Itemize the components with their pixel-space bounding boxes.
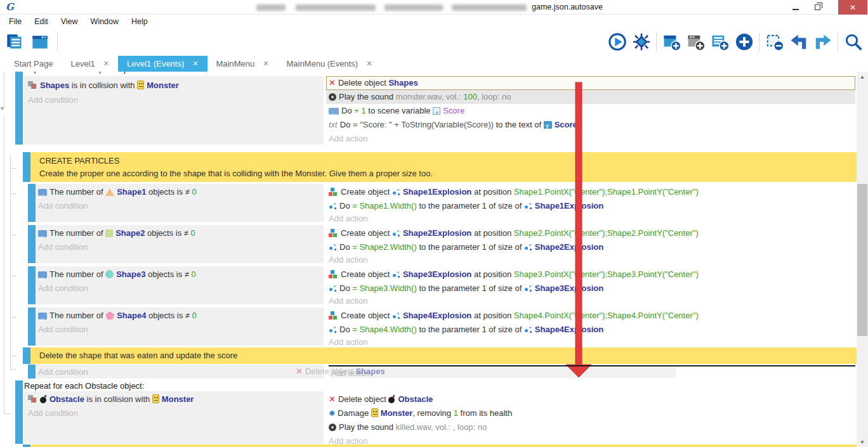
- tree-line: [10, 168, 16, 169]
- vertical-scrollbar[interactable]: ▲ ▼: [857, 72, 868, 447]
- shape3-size-action[interactable]: Do = Shape3.Width() to the parameter 1 o…: [329, 282, 603, 295]
- scene-editor-icon[interactable]: [29, 31, 51, 53]
- create-object-icon: [329, 270, 338, 278]
- redacted-title-text: [256, 4, 286, 11]
- comment-block[interactable]: Delete the shape that was eaten and upda…: [30, 347, 857, 364]
- drag-ghost-action: ✕Delete object Shapes: [296, 365, 385, 378]
- add-condition-link[interactable]: Add condition: [28, 406, 78, 420]
- add-action-link[interactable]: Add action: [329, 335, 367, 349]
- add-action-link[interactable]: Add action: [329, 212, 367, 225]
- undo-icon[interactable]: [787, 31, 810, 53]
- collision-icon: [28, 395, 37, 403]
- collapse-triangle-icon[interactable]: ▾: [1, 105, 4, 112]
- add-condition-link[interactable]: Add condition: [28, 93, 78, 107]
- menu-edit[interactable]: Edit: [28, 17, 55, 26]
- shape2-condition[interactable]: The number of Shape2 objects is ≠ 0: [38, 226, 195, 240]
- add-action-link[interactable]: Add action: [329, 294, 367, 308]
- tree-line: [4, 72, 4, 108]
- variable-icon: [329, 108, 339, 115]
- shape2-size-action[interactable]: Do = Shape2.Width() to the parameter 1 o…: [329, 240, 603, 254]
- action-delete-obstacle[interactable]: ✕Delete object Obstacle: [329, 392, 433, 406]
- add-condition-link[interactable]: Add condition: [38, 365, 88, 379]
- scroll-up-icon[interactable]: ▲: [857, 72, 868, 82]
- delete-icon: ✕: [329, 394, 336, 404]
- redo-icon[interactable]: [812, 31, 834, 53]
- comment-indent-bar: [23, 347, 30, 364]
- tab-close-icon[interactable]: ✕: [192, 60, 198, 68]
- restore-button[interactable]: [807, 0, 827, 15]
- tree-line: [10, 369, 16, 370]
- tab-mainmenu[interactable]: MainMenu✕: [207, 56, 278, 72]
- event2-header[interactable]: Repeat for each Obstacle object:: [24, 379, 144, 392]
- event-indent-bar: [28, 365, 36, 379]
- event2-condition[interactable]: Obstacle is in collision with Monster: [28, 392, 194, 406]
- add-sub-event-icon[interactable]: [685, 31, 707, 53]
- add-comment-icon[interactable]: [709, 31, 731, 53]
- scrollbar-thumb[interactable]: [857, 184, 867, 336]
- shape3-create-action[interactable]: Create object Shape3Explosion at positio…: [329, 268, 699, 281]
- particle-icon: [524, 202, 532, 210]
- tab-mainmenu-events[interactable]: MainMenu (Events)✕: [277, 56, 381, 72]
- tab-close-icon[interactable]: ✕: [103, 60, 109, 68]
- delete-icon: ✕: [296, 366, 303, 376]
- comment-block[interactable]: CREATE PARTICLES Create the proper one a…: [30, 152, 857, 182]
- object-count-icon: [38, 230, 47, 237]
- add-condition-link[interactable]: Add condition: [38, 240, 88, 254]
- action-play-sound-killed[interactable]: Play the sound killed.wav, vol.: , loop:…: [329, 420, 487, 434]
- add-condition-link[interactable]: Add condition: [38, 323, 88, 336]
- action-text-object[interactable]: txtDo = "Score: " + ToString(Variable(Sc…: [329, 118, 577, 131]
- tab-close-icon[interactable]: ✕: [366, 60, 372, 68]
- tab-close-icon[interactable]: ✕: [263, 60, 268, 68]
- event1-condition[interactable]: Shapes is in collision with Monster: [28, 79, 179, 92]
- action-scene-variable[interactable]: Do + 1 to scene variable Score: [329, 104, 464, 117]
- project-manager-icon[interactable]: [4, 31, 25, 53]
- event1-header-clipped[interactable]: Repeat for each Shapes object:: [23, 72, 277, 75]
- redacted-title-text: [296, 4, 376, 11]
- action-damage-monster[interactable]: ✺Damage Monster, removing 1 from its hea…: [329, 406, 512, 420]
- add-condition-link[interactable]: Add condition: [38, 199, 88, 212]
- menu-help[interactable]: Help: [125, 17, 154, 26]
- comment-line1: Delete the shape that was eaten and upda…: [39, 351, 237, 360]
- comment-line1: CREATE PARTICLES: [39, 156, 119, 165]
- tab-start-page[interactable]: Start Page: [5, 56, 62, 72]
- object-count-icon: [38, 313, 47, 320]
- action-delete-shapes[interactable]: ✕Delete object Shapes: [329, 76, 418, 89]
- particle-icon: [524, 325, 532, 334]
- action-play-sound[interactable]: Play the sound monster.wav, vol.: 100, l…: [329, 90, 511, 103]
- debug-icon[interactable]: [630, 31, 652, 53]
- close-button[interactable]: ✕: [838, 0, 867, 15]
- menu-view[interactable]: View: [55, 17, 84, 26]
- search-icon[interactable]: [842, 31, 864, 53]
- play-icon[interactable]: [606, 31, 628, 53]
- window-title: game.json.autosave: [532, 3, 603, 11]
- shape4-size-action[interactable]: Do = Shape4.Width() to the parameter 1 o…: [329, 323, 603, 336]
- event-indent-bar: [28, 225, 36, 263]
- shape3-condition[interactable]: The number of Shape3 objects is ≠ 0: [38, 268, 196, 281]
- delete-selection-icon[interactable]: [763, 31, 786, 53]
- scroll-down-icon[interactable]: ▼: [857, 437, 868, 447]
- add-event-icon[interactable]: [661, 31, 683, 53]
- particle-icon: [392, 229, 400, 237]
- shape2-create-action[interactable]: Create object Shape2Explosion at positio…: [329, 226, 699, 240]
- shape1-condition[interactable]: The number of Shape1 objects is ≠ 0: [38, 185, 197, 198]
- add-action-link[interactable]: Add action: [329, 132, 367, 145]
- object-count-icon: [38, 189, 47, 196]
- menu-window[interactable]: Window: [84, 17, 125, 26]
- add-new-icon[interactable]: [733, 31, 755, 53]
- tab-level1-events[interactable]: Level1 (Events)✕: [118, 56, 207, 72]
- shape1-triangle-icon: [105, 188, 114, 196]
- shape1-create-action[interactable]: Create object Shape1Explosion at positio…: [329, 185, 699, 198]
- shape4-condition[interactable]: The number of Shape4 objects is ≠ 0: [38, 309, 197, 322]
- minimize-button[interactable]: [786, 0, 806, 15]
- tree-line: [4, 116, 4, 414]
- add-condition-link[interactable]: Add condition: [38, 282, 88, 295]
- tab-level1[interactable]: Level1✕: [62, 56, 118, 72]
- text-object-icon: [544, 121, 552, 129]
- shape1-size-action[interactable]: Do = Shape1.Width() to the parameter 1 o…: [329, 199, 603, 212]
- event-indent-bar: [28, 308, 36, 346]
- menu-file[interactable]: File: [3, 17, 28, 26]
- collision-icon: [28, 81, 37, 89]
- shape4-create-action[interactable]: Create object Shape4Explosion at positio…: [329, 309, 699, 322]
- shape3-circle-icon: [105, 270, 114, 278]
- add-action-link[interactable]: Add action: [329, 253, 367, 266]
